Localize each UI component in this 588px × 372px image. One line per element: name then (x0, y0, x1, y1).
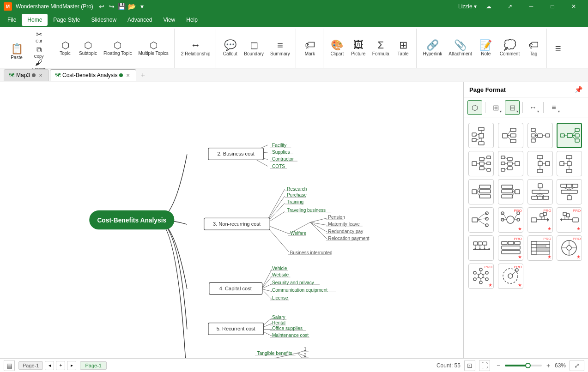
undo-button[interactable]: ↩ (97, 2, 106, 11)
layout-item-19[interactable]: PRO (527, 235, 553, 261)
format-tool-button[interactable]: ⬡ (467, 100, 482, 115)
layout-item-7[interactable] (527, 151, 553, 176)
layout-item-9[interactable] (468, 179, 494, 204)
fullscreen-button[interactable]: ⛶ (479, 360, 490, 371)
svg-point-268 (485, 278, 488, 281)
subtopic-button[interactable]: ⬡ Subtopic (76, 32, 100, 65)
layout-tree-tool-button[interactable]: ⊟ ▾ (505, 100, 520, 115)
extra-button[interactable]: ≡ (551, 32, 565, 65)
attachment-button[interactable]: 📎 Attachment (446, 32, 475, 65)
layout-item-6[interactable] (498, 151, 523, 176)
clipboard-items: 📋 Paste ✂ Cut ⧉ Copy 🖌 Format Painter (5, 30, 48, 75)
svg-text:License: License (272, 295, 288, 300)
svg-line-18 (261, 289, 272, 292)
svg-rect-257 (537, 245, 546, 248)
page-right-button[interactable]: ▸ (67, 361, 76, 370)
layout-item-22[interactable]: PRO (498, 264, 523, 289)
canvas[interactable]: Cost-Benefits Analysis 2. Business cost … (0, 82, 463, 358)
picture-button[interactable]: 🖼 Picture (348, 32, 369, 65)
menu-home[interactable]: Home (22, 14, 48, 26)
zoom-out-button[interactable]: − (494, 361, 503, 370)
formula-button[interactable]: Σ Formula (370, 32, 392, 65)
zoom-in-button[interactable]: + (544, 361, 553, 370)
tab-add-button[interactable]: + (137, 70, 148, 81)
redo-button[interactable]: ↪ (107, 2, 116, 11)
svg-text:Contractor: Contractor (272, 156, 294, 162)
note-button[interactable]: 📝 Note (476, 32, 496, 65)
page-label[interactable]: Page-1 (18, 361, 43, 370)
layout-item-14[interactable]: PRO (498, 207, 523, 233)
tab-map3-close[interactable]: ✕ (37, 72, 44, 78)
page-view-button[interactable]: ▤ (4, 360, 15, 371)
tab-map3[interactable]: 🗺 Map3 ✕ (4, 69, 49, 81)
layout-item-20[interactable]: PRO (557, 235, 582, 261)
clipart-button[interactable]: 🎨 Clipart (327, 32, 347, 65)
minimize-button[interactable]: ─ (521, 0, 542, 13)
menu-view[interactable]: View (158, 14, 181, 26)
page-add-button[interactable]: + (56, 361, 65, 370)
svg-rect-126 (510, 139, 516, 143)
page-left-button[interactable]: ◂ (45, 361, 54, 370)
open-button[interactable]: 📂 (127, 2, 137, 11)
more-button[interactable]: ▾ (138, 2, 147, 11)
align-tool-button[interactable]: ↔ ▾ (526, 100, 540, 115)
menu-help[interactable]: Help (181, 14, 203, 26)
svg-text:Vehicle: Vehicle (272, 266, 287, 271)
hyperlink-button[interactable]: 🔗 Hyperlink (420, 32, 445, 65)
layout-item-4[interactable] (557, 123, 582, 148)
menu-advanced[interactable]: Advanced (122, 14, 158, 26)
share-button[interactable]: ↗ (499, 0, 521, 13)
layout-item-11[interactable] (527, 179, 553, 204)
tag-button[interactable]: 🏷 Tag (523, 32, 544, 65)
save-button[interactable]: 💾 (117, 2, 127, 11)
relationship-button[interactable]: ↔ 2 Relationship (178, 32, 213, 65)
svg-rect-195 (538, 184, 542, 188)
layout-item-12[interactable] (557, 179, 582, 204)
floating-topic-button[interactable]: ⬡ Floating Topic (101, 32, 135, 65)
pin-button[interactable]: 📌 (575, 86, 582, 93)
copy-button[interactable]: ⧉ Copy (30, 45, 48, 60)
layout-item-8[interactable] (557, 151, 582, 176)
zoom-slider[interactable] (505, 365, 542, 366)
svg-rect-227 (540, 214, 543, 217)
layout-item-17[interactable] (468, 235, 494, 261)
user-button[interactable]: Lizzie ▾ (457, 0, 478, 13)
paste-button[interactable]: 📋 Paste (5, 36, 29, 69)
menu-page-style[interactable]: Page Style (48, 14, 85, 26)
layout-item-21[interactable]: PRO (468, 264, 494, 289)
svg-rect-244 (473, 242, 478, 245)
zoom-fit-button[interactable]: ⤢ (570, 360, 584, 371)
layout-item-2[interactable] (498, 123, 523, 148)
menu-file[interactable]: File (2, 14, 22, 26)
tab-cost-benefits-close[interactable]: ✕ (125, 72, 131, 78)
table-button[interactable]: ⊞ Table (393, 32, 413, 65)
layout-item-18[interactable]: PRO (498, 235, 523, 261)
layout-item-13[interactable] (468, 207, 494, 233)
fit-view-button[interactable]: ⊡ (464, 360, 475, 371)
right-panel-toolbar: ⬡ ⊞ ▾ ⊟ ▾ ↔ ▾ ≡ ▾ (464, 97, 588, 118)
layout-item-5[interactable] (468, 151, 494, 176)
close-button[interactable]: ✕ (563, 0, 584, 13)
multiple-topics-button[interactable]: ⬡ Multiple Topics (135, 32, 171, 65)
mark-button[interactable]: 🏷 Mark (300, 32, 320, 65)
comment-button[interactable]: 💭 Comment (497, 32, 522, 65)
cloud-button[interactable]: ☁ (478, 0, 499, 13)
tab-cost-benefits[interactable]: 🗺 Cost-Benefits Analysis ✕ (50, 69, 136, 81)
menu-slideshow[interactable]: Slideshow (85, 14, 122, 26)
boundary-button[interactable]: ◻ Boundary (241, 32, 267, 65)
svg-rect-181 (472, 190, 477, 194)
topic-button[interactable]: ⬡ Topic (55, 32, 75, 65)
layout-grid-tool-button[interactable]: ⊞ ▾ (488, 100, 503, 115)
summary-button[interactable]: ≡ Summary (267, 32, 293, 65)
callout-button[interactable]: 💬 Callout (220, 32, 240, 65)
layout-item-15[interactable]: PRO (527, 207, 553, 233)
layout-item-3[interactable] (527, 123, 553, 148)
layout-item-16[interactable]: PRO (557, 207, 582, 233)
cut-button[interactable]: ✂ Cut (30, 30, 48, 44)
maximize-button[interactable]: □ (542, 0, 563, 13)
layout-item-10[interactable] (498, 179, 523, 204)
layout-item-1[interactable] (468, 123, 494, 148)
list-tool-button[interactable]: ≡ ▾ (546, 100, 561, 115)
mark-icon: 🏷 (305, 40, 315, 50)
mindmap-svg: Cost-Benefits Analysis 2. Business cost … (0, 82, 463, 358)
